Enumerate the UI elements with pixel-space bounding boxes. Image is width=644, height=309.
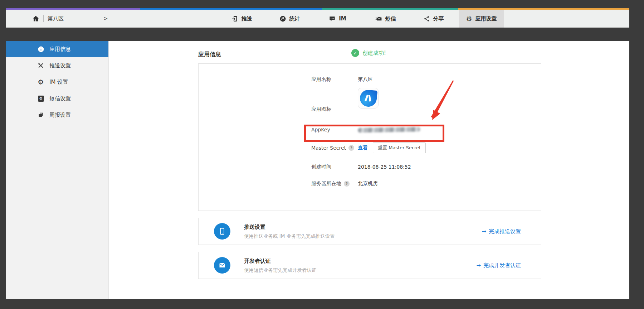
sms-envelope-icon [375, 15, 382, 22]
card-description: 使用短信业务需先完成开发者认证 [244, 267, 317, 274]
gear-icon: ⚙ [37, 78, 44, 86]
server-location-label: 服务器所在地 ? [311, 180, 350, 187]
app-name-value: 第八区 [358, 76, 373, 83]
reset-master-secret-button[interactable]: 重置 Master Secret [373, 143, 426, 153]
help-icon[interactable]: ? [348, 145, 354, 151]
view-master-secret-link[interactable]: 查看 [358, 145, 368, 151]
sidebar-item-app-info[interactable]: 应用信息 [6, 41, 108, 57]
app-icon-label: 应用图标 [311, 106, 331, 112]
tab-label: 分享 [433, 15, 444, 22]
stats-icon [279, 15, 286, 22]
im-chat-icon [329, 15, 336, 22]
phone-icon [214, 223, 230, 240]
top-navbar: 第八区 > 推送 统计 IM 短信 [6, 10, 629, 28]
sidebar-item-label: 短信设置 [49, 95, 71, 102]
server-location-value: 北京机房 [358, 180, 378, 187]
tab-app-settings[interactable]: ⚙ 应用设置 [459, 10, 504, 28]
tab-label: 短信 [385, 15, 396, 22]
settings-sidebar: 应用信息 推送设置 ⚙ IM 设置 ⚙ 短信设置 周报设置 [6, 41, 109, 299]
breadcrumb: 第八区 > [32, 10, 108, 28]
check-circle-icon: ✓ [351, 49, 359, 57]
share-icon [423, 15, 430, 22]
home-icon[interactable] [32, 15, 39, 22]
status-badge: ✓ 创建成功! [351, 49, 386, 57]
mail-icon [214, 257, 230, 274]
gear-icon: ⚙ [466, 15, 472, 22]
status-badge-text: 创建成功! [362, 50, 386, 57]
tab-label: 统计 [289, 15, 300, 22]
sidebar-item-label: IM 设置 [49, 79, 68, 86]
arrow-right-icon: → [476, 262, 481, 269]
sidebar-item-label: 周报设置 [49, 112, 71, 119]
sidebar-item-weekly-report-settings[interactable]: 周报设置 [6, 107, 108, 123]
created-time-label: 创建时间 [311, 164, 331, 170]
app-icon [358, 88, 379, 108]
page-title: 应用信息 [198, 51, 221, 58]
tab-label: IM [339, 15, 346, 22]
app-icon-image [358, 88, 379, 108]
nav-tabs: 推送 统计 IM 短信 分享 ⚙ 应用设置 [219, 10, 504, 28]
card-title: 开发者认证 [244, 258, 271, 265]
card-description: 使用推送业务或 IM 业务需先完成推送设置 [244, 233, 335, 240]
tab-label: 推送 [241, 15, 252, 22]
breadcrumb-app-name[interactable]: 第八区 [48, 15, 64, 22]
app-name-label: 应用名称 [311, 76, 331, 83]
card-title: 推送设置 [244, 224, 265, 231]
complete-push-settings-link[interactable]: → 完成推送设置 [482, 218, 521, 245]
sidebar-item-im-settings[interactable]: ⚙ IM 设置 [6, 74, 108, 90]
master-secret-label: Master Secret ? [311, 145, 354, 151]
tab-im[interactable]: IM [315, 10, 360, 28]
tab-share[interactable]: 分享 [411, 10, 456, 28]
tools-icon [37, 62, 44, 69]
breadcrumb-divider [43, 15, 44, 22]
developer-certification-card: 开发者认证 使用短信业务需先完成开发者认证 → 完成开发者认证 [198, 252, 541, 279]
redacted-appkey-blur [358, 127, 420, 132]
help-icon[interactable]: ? [344, 181, 350, 187]
created-time-value: 2018-08-25 11:08:52 [358, 164, 411, 170]
tab-push[interactable]: 推送 [219, 10, 264, 28]
report-copy-icon [37, 111, 44, 119]
appkey-value-redacted [358, 127, 420, 132]
sidebar-item-label: 推送设置 [49, 62, 71, 69]
chevron-right-icon[interactable]: > [103, 15, 108, 22]
push-settings-card: 推送设置 使用推送业务或 IM 业务需先完成推送设置 → 完成推送设置 [198, 218, 541, 245]
sidebar-item-sms-settings[interactable]: ⚙ 短信设置 [6, 90, 108, 107]
sidebar-item-push-settings[interactable]: 推送设置 [6, 57, 108, 74]
sms-settings-icon: ⚙ [37, 95, 44, 102]
appkey-label: AppKey [311, 127, 330, 132]
tab-sms[interactable]: 短信 [363, 10, 408, 28]
app-info-card: 应用名称 第八区 应用图标 AppKey Master Secret ? 查 [198, 63, 541, 211]
tab-label: 应用设置 [475, 15, 497, 22]
info-icon [37, 45, 44, 53]
arrow-right-icon: → [482, 228, 486, 235]
push-icon [231, 15, 238, 22]
complete-developer-certification-link[interactable]: → 完成开发者认证 [476, 252, 521, 279]
tab-stats[interactable]: 统计 [267, 10, 312, 28]
main-content: 应用信息 ✓ 创建成功! 应用名称 第八区 应用图标 AppKey Mas [109, 41, 629, 299]
sidebar-item-label: 应用信息 [49, 46, 71, 53]
